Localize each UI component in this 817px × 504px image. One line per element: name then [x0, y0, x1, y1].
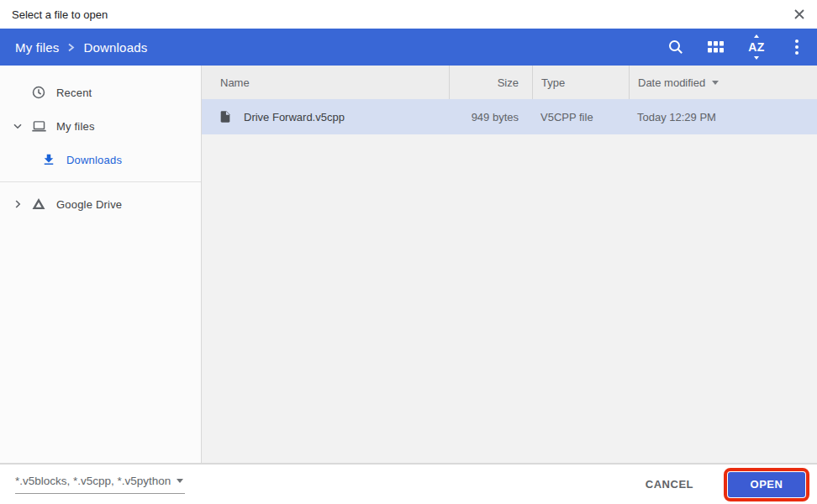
chevron-right-icon[interactable]: [8, 195, 27, 213]
file-type-filter-label: *.v5blocks, *.v5cpp, *.v5python: [15, 475, 171, 487]
kebab-dots: [795, 39, 799, 55]
sidebar-item-label: Google Drive: [56, 198, 122, 211]
dropdown-caret-icon: [177, 479, 183, 483]
sidebar-item-label: My files: [56, 120, 95, 133]
sort-az-letters: AZ: [748, 41, 765, 53]
sort-desc-caret-icon: [712, 81, 719, 85]
breadcrumb: My files Downloads: [15, 40, 147, 55]
more-menu-icon[interactable]: [777, 29, 817, 66]
file-picker-dialog: Select a file to open My files Downloads: [0, 0, 817, 504]
file-name: Drive Forward.v5cpp: [244, 111, 345, 123]
dialog-title: Select a file to open: [12, 8, 108, 21]
close-x-glyph: [793, 8, 805, 20]
breadcrumb-downloads[interactable]: Downloads: [83, 40, 147, 55]
spacer: [8, 83, 27, 102]
download-icon: [39, 150, 59, 170]
sidebar-item-my-files[interactable]: My files: [0, 109, 201, 143]
column-header-name[interactable]: Name: [202, 66, 449, 99]
file-type-cell: V5CPP file: [532, 111, 629, 123]
sidebar-item-label: Recent: [56, 87, 92, 99]
file-list: Name Size Type Date modified: [202, 66, 817, 463]
file-list-empty-area[interactable]: [202, 134, 817, 463]
search-icon[interactable]: [656, 29, 696, 66]
column-header-date-modified[interactable]: Date modified: [629, 66, 817, 99]
sort-az-icon[interactable]: AZ: [736, 29, 777, 66]
footer-actions: CANCEL OPEN: [642, 472, 809, 497]
file-size-cell: 949 bytes: [449, 111, 532, 123]
sidebar-item-google-drive[interactable]: Google Drive: [0, 187, 201, 221]
sort-down-caret: [754, 56, 759, 60]
laptop-icon: [29, 116, 49, 136]
column-label: Name: [220, 76, 250, 89]
chevron-right-icon: [67, 43, 75, 52]
sort-az-text: AZ: [748, 40, 765, 54]
dialog-content: Recent My files: [0, 66, 817, 463]
sidebar-item-downloads[interactable]: Downloads: [0, 143, 201, 176]
column-header-type[interactable]: Type: [532, 66, 629, 99]
cancel-button[interactable]: CANCEL: [642, 473, 697, 496]
file-document-icon: [219, 109, 234, 124]
toolbar-actions: AZ: [656, 29, 817, 66]
dialog-footer: *.v5blocks, *.v5cpp, *.v5python CANCEL O…: [0, 463, 817, 504]
column-label: Date modified: [638, 76, 705, 89]
sidebar-item-recent[interactable]: Recent: [0, 76, 201, 109]
file-name-cell: Drive Forward.v5cpp: [202, 109, 449, 124]
open-button[interactable]: OPEN: [728, 472, 805, 497]
google-drive-icon: [29, 194, 49, 214]
column-header-size[interactable]: Size: [449, 66, 532, 99]
sidebar-item-label: Downloads: [66, 154, 122, 166]
table-header: Name Size Type Date modified: [202, 66, 817, 99]
sidebar-divider: [0, 181, 201, 182]
breadcrumb-my-files[interactable]: My files: [15, 40, 59, 55]
location-toolbar: My files Downloads: [0, 29, 817, 66]
sort-up-caret: [754, 34, 759, 38]
file-row-selected[interactable]: Drive Forward.v5cpp 949 bytes V5CPP file…: [202, 99, 817, 134]
column-label: Size: [498, 76, 519, 89]
dialog-titlebar: Select a file to open: [0, 0, 817, 29]
close-icon[interactable]: [788, 3, 810, 25]
grid-view-icon[interactable]: [696, 29, 736, 66]
column-label: Type: [541, 76, 565, 89]
file-type-filter-dropdown[interactable]: *.v5blocks, *.v5cpp, *.v5python: [15, 475, 185, 494]
file-date-cell: Today 12:29 PM: [629, 111, 817, 123]
chevron-down-icon[interactable]: [8, 117, 27, 135]
clock-icon: [29, 82, 49, 102]
sidebar: Recent My files: [0, 66, 202, 463]
